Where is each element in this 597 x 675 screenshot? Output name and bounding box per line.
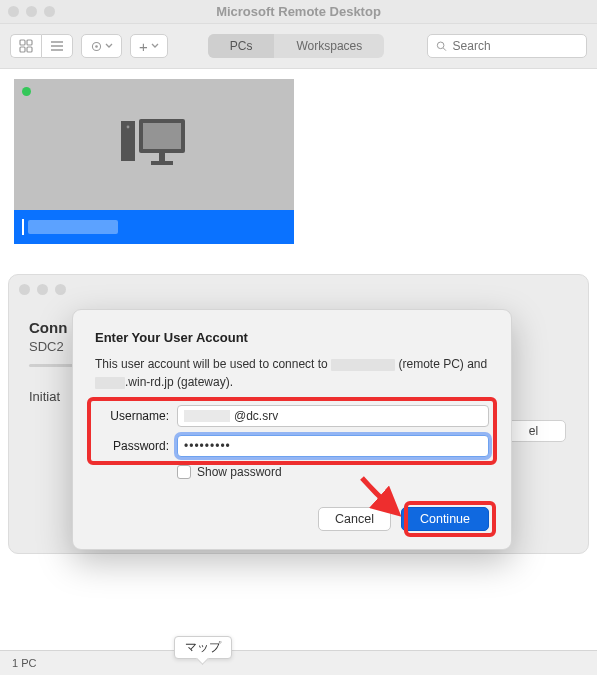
grid-view-button[interactable] xyxy=(10,34,41,58)
desktop-icon xyxy=(115,117,193,173)
chevron-down-icon xyxy=(151,42,159,50)
dialog-desc-part3: .win-rd.jp (gateway). xyxy=(125,375,233,389)
pc-thumbnail xyxy=(14,79,294,210)
tab-pcs[interactable]: PCs xyxy=(208,34,275,58)
grid-icon xyxy=(19,39,33,53)
svg-line-10 xyxy=(443,48,446,51)
pc-count: 1 PC xyxy=(12,657,36,669)
show-password-label: Show password xyxy=(197,465,282,479)
svg-point-8 xyxy=(95,45,98,48)
tooltip-text: マップ xyxy=(185,641,221,653)
redacted-host xyxy=(331,359,395,371)
pc-name-redacted xyxy=(28,220,118,234)
svg-rect-14 xyxy=(143,123,181,149)
tooltip: マップ xyxy=(174,636,232,659)
statusbar: 1 PC xyxy=(0,650,597,675)
search-input[interactable] xyxy=(453,39,578,53)
minimize-icon[interactable] xyxy=(37,284,48,295)
credentials-dialog: Enter Your User Account This user accoun… xyxy=(72,309,512,550)
close-icon[interactable] xyxy=(19,284,30,295)
zoom-icon[interactable] xyxy=(55,284,66,295)
list-view-button[interactable] xyxy=(41,34,73,58)
search-box[interactable] xyxy=(427,34,587,58)
panel-window-controls xyxy=(19,284,66,295)
redacted-gateway xyxy=(95,377,125,389)
dialog-desc-part2: (remote PC) and xyxy=(395,357,487,371)
chevron-down-icon xyxy=(105,42,113,50)
show-password-row: Show password xyxy=(177,465,489,479)
dialog-title: Enter Your User Account xyxy=(95,330,489,345)
svg-rect-16 xyxy=(151,161,173,165)
svg-rect-0 xyxy=(20,40,25,45)
pc-label xyxy=(14,210,294,244)
svg-rect-15 xyxy=(159,153,165,161)
list-icon xyxy=(50,39,64,53)
gear-icon xyxy=(90,40,103,53)
add-button[interactable]: + xyxy=(130,34,168,58)
redacted-username xyxy=(184,410,230,422)
window-title: Microsoft Remote Desktop xyxy=(0,4,597,19)
status-dot-connected xyxy=(22,87,31,96)
titlebar: Microsoft Remote Desktop xyxy=(0,0,597,24)
password-label: Password: xyxy=(95,439,169,453)
cancel-button[interactable]: Cancel xyxy=(318,507,391,531)
svg-point-9 xyxy=(437,42,444,49)
svg-rect-2 xyxy=(20,47,25,52)
main-area: Conn SDC2 Initiat el Enter Your User Acc… xyxy=(0,69,597,650)
svg-rect-1 xyxy=(27,40,32,45)
text-cursor xyxy=(22,219,24,235)
svg-rect-3 xyxy=(27,47,32,52)
username-label: Username: xyxy=(95,409,169,423)
search-icon xyxy=(436,40,447,52)
svg-point-12 xyxy=(127,125,130,128)
tab-workspaces[interactable]: Workspaces xyxy=(274,34,384,58)
toolbar: + PCs Workspaces xyxy=(0,24,597,69)
plus-icon: + xyxy=(139,39,148,54)
show-password-checkbox[interactable] xyxy=(177,465,191,479)
username-field[interactable]: @dc.srv xyxy=(177,405,489,427)
credentials-form: Username: @dc.srv Password: ••••••••• xyxy=(95,405,489,457)
dialog-description: This user account will be used to connec… xyxy=(95,355,489,391)
password-field[interactable]: ••••••••• xyxy=(177,435,489,457)
view-mode-group xyxy=(10,34,73,58)
pc-card[interactable] xyxy=(14,79,294,244)
continue-button[interactable]: Continue xyxy=(401,507,489,531)
dialog-desc-part1: This user account will be used to connec… xyxy=(95,357,331,371)
dialog-buttons: Cancel Continue xyxy=(95,507,489,531)
username-suffix: @dc.srv xyxy=(234,409,278,423)
tab-segment: PCs Workspaces xyxy=(208,34,384,58)
settings-button[interactable] xyxy=(81,34,122,58)
